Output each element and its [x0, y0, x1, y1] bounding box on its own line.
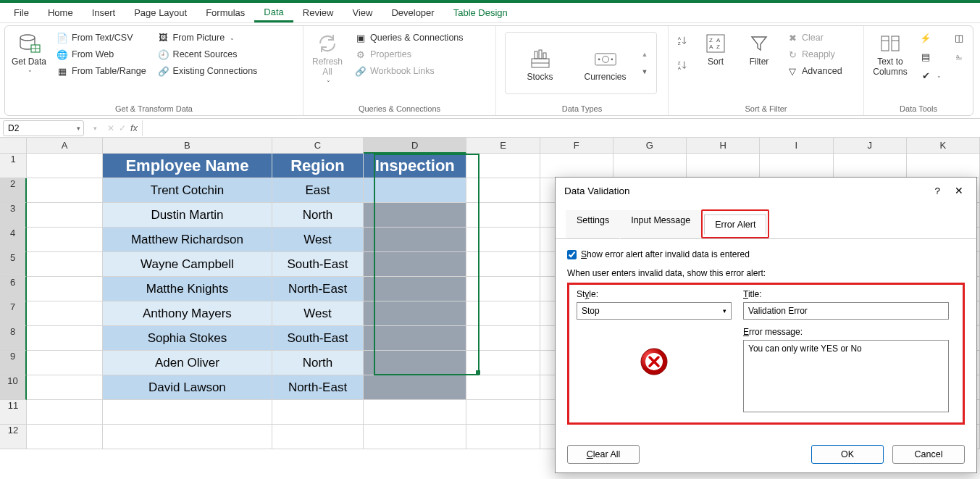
cell-A5[interactable] [27, 252, 103, 277]
sort-button[interactable]: ZAAZ Sort [698, 29, 734, 67]
cell-A3[interactable] [27, 203, 103, 228]
tab-settings[interactable]: Settings [566, 210, 620, 239]
cell-B3[interactable]: Dustin Martin [103, 203, 272, 228]
select-all-corner[interactable] [0, 138, 27, 154]
cell-C11[interactable] [272, 400, 364, 425]
cell-B11[interactable] [103, 400, 272, 425]
menu-table-design[interactable]: Table Design [444, 4, 517, 21]
cell-A7[interactable] [27, 301, 103, 326]
col-header-d[interactable]: D [364, 138, 466, 154]
ok-button[interactable]: OK [811, 445, 884, 464]
insert-function-button[interactable]: fx [130, 122, 138, 133]
cancel-button[interactable]: Cancel [892, 445, 965, 464]
cell-A2[interactable] [27, 178, 103, 203]
scroll-up-icon[interactable]: ▲ [642, 51, 648, 58]
menu-home[interactable]: Home [38, 4, 83, 21]
tab-input-message[interactable]: Input Message [620, 210, 701, 239]
consolidate-button[interactable]: ◫ [951, 30, 967, 45]
cell-E6[interactable] [466, 277, 540, 301]
row-header[interactable]: 10 [0, 375, 27, 400]
menu-file[interactable]: File [4, 4, 38, 21]
row-header[interactable]: 8 [0, 326, 27, 351]
cell-C3[interactable]: North [272, 203, 364, 228]
queries-connections-button[interactable]: ▣Queries & Connections [353, 30, 466, 45]
cell-D1[interactable]: Inspection [364, 154, 466, 178]
cell-E2[interactable] [466, 178, 540, 203]
row-header[interactable]: 3 [0, 203, 27, 228]
cell-D11[interactable] [364, 400, 466, 425]
cell-I1[interactable] [760, 154, 833, 178]
cell-A10[interactable] [27, 375, 103, 400]
cell-H1[interactable] [687, 154, 760, 178]
cell-B7[interactable]: Anthony Mayers [103, 301, 272, 326]
cell-C8[interactable]: South-East [272, 326, 364, 351]
cell-A8[interactable] [27, 326, 103, 351]
row-header[interactable]: 4 [0, 228, 27, 252]
col-header-k[interactable]: K [907, 138, 980, 154]
stocks-button[interactable]: Stocks [511, 44, 569, 82]
cell-D10[interactable] [364, 375, 466, 400]
cell-C9[interactable]: North [272, 351, 364, 375]
style-select[interactable]: Stop▾ [577, 302, 732, 320]
remove-dup-button[interactable]: ▤ [918, 49, 944, 64]
cell-B10[interactable]: David Lawson [103, 375, 272, 400]
reapply-button[interactable]: ↻Reapply [784, 47, 845, 62]
name-box-expand[interactable]: ▾ [87, 125, 103, 132]
menu-developer[interactable]: Developer [382, 4, 443, 21]
name-box[interactable]: D2▾ [3, 120, 84, 136]
currencies-button[interactable]: Currencies [577, 44, 635, 82]
col-header-f[interactable]: F [540, 138, 613, 154]
menu-view[interactable]: View [343, 4, 382, 21]
col-header-g[interactable]: G [613, 138, 687, 154]
cell-E11[interactable] [466, 400, 540, 425]
cell-B6[interactable]: Matthe Knights [103, 277, 272, 301]
cell-D4[interactable] [364, 228, 466, 252]
cell-A4[interactable] [27, 228, 103, 252]
from-table-range-button[interactable]: ▦From Table/Range [54, 64, 148, 78]
col-header-i[interactable]: I [760, 138, 833, 154]
from-text-csv-button[interactable]: 📄From Text/CSV [54, 30, 148, 45]
cell-C7[interactable]: West [272, 301, 364, 326]
get-data-button[interactable]: Get Data⌄ [11, 29, 47, 73]
col-header-e[interactable]: E [466, 138, 540, 154]
row-header[interactable]: 5 [0, 252, 27, 277]
cell-E8[interactable] [466, 326, 540, 351]
cell-D5[interactable] [364, 252, 466, 277]
col-header-b[interactable]: B [103, 138, 272, 154]
cell-F1[interactable] [540, 154, 613, 178]
cell-C10[interactable]: North-East [272, 375, 364, 400]
col-header-a[interactable]: A [27, 138, 103, 154]
row-header[interactable]: 9 [0, 351, 27, 375]
cell-D3[interactable] [364, 203, 466, 228]
cell-B5[interactable]: Wayne Campbell [103, 252, 272, 277]
cell-A11[interactable] [27, 400, 103, 425]
cell-E1[interactable] [466, 154, 540, 178]
sort-asc-button[interactable]: AZ [674, 33, 690, 48]
error-message-input[interactable] [743, 340, 949, 412]
cell-D7[interactable] [364, 301, 466, 326]
cell-A6[interactable] [27, 277, 103, 301]
row-header[interactable]: 7 [0, 301, 27, 326]
menu-data[interactable]: Data [254, 4, 293, 22]
dialog-close-button[interactable]: ✕ [950, 183, 968, 198]
cell-B9[interactable]: Aden Oliver [103, 351, 272, 375]
cell-D8[interactable] [364, 326, 466, 351]
cell-B8[interactable]: Sophia Stokes [103, 326, 272, 351]
cell-A9[interactable] [27, 351, 103, 375]
cell-E12[interactable] [466, 425, 540, 449]
col-header-h[interactable]: H [687, 138, 760, 154]
enter-formula-icon[interactable]: ✓ [119, 123, 126, 133]
menu-insert[interactable]: Insert [83, 4, 125, 21]
cell-K1[interactable] [907, 154, 980, 178]
cell-B1[interactable]: Employee Name [103, 154, 272, 178]
tab-error-alert[interactable]: Error Alert [704, 214, 766, 235]
cell-B4[interactable]: Matthew Richardson [103, 228, 272, 252]
menu-page-layout[interactable]: Page Layout [125, 4, 196, 21]
cell-C5[interactable]: South-East [272, 252, 364, 277]
cell-D6[interactable] [364, 277, 466, 301]
cancel-formula-icon[interactable]: ✕ [107, 123, 114, 133]
clear-filter-button[interactable]: ✖Clear [784, 30, 845, 45]
data-validation-button[interactable]: ✔⌄ [918, 68, 944, 83]
show-alert-checkbox[interactable] [567, 250, 577, 259]
col-header-j[interactable]: J [834, 138, 907, 154]
